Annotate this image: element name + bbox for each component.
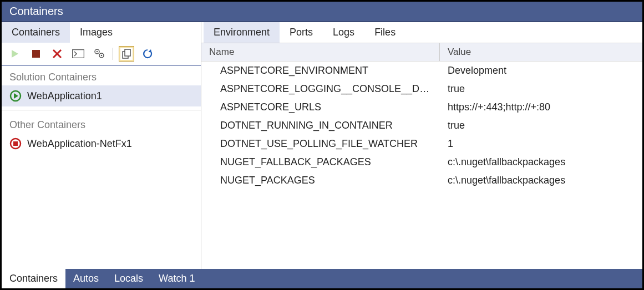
env-row[interactable]: NUGET_FALLBACK_PACKAGESc:\.nuget\fallbac… [201, 153, 642, 171]
column-header-value[interactable]: Value [440, 43, 642, 61]
env-var-value: 1 [440, 138, 642, 150]
other-containers-header: Other Containers [2, 114, 201, 133]
solution-containers-header: Solution Containers [2, 66, 201, 85]
left-panel: Containers Images [2, 22, 201, 269]
status-stopped-icon [9, 138, 22, 150]
container-item-webapplication-netfx1[interactable]: WebApplication-NetFx1 [2, 133, 201, 154]
env-row[interactable]: ASPNETCORE_URLShttps://+:443;http://+:80 [201, 98, 642, 116]
env-row[interactable]: ASPNETCORE_LOGGING__CONSOLE__DISA…true [201, 80, 642, 98]
toolbar-separator [113, 48, 113, 60]
svg-point-8 [101, 55, 103, 57]
svg-rect-1 [32, 50, 40, 58]
svg-marker-13 [14, 93, 18, 99]
bottom-tabstrip: Containers Autos Locals Watch 1 [2, 269, 642, 288]
status-running-icon [9, 90, 22, 102]
column-header-name[interactable]: Name [201, 43, 440, 61]
svg-rect-10 [125, 49, 130, 56]
bottom-tab-watch1[interactable]: Watch 1 [151, 269, 202, 288]
svg-marker-11 [149, 49, 152, 53]
detail-tabstrip: Environment Ports Logs Files [201, 22, 642, 43]
containers-window: Containers Containers Images [0, 0, 644, 290]
svg-rect-15 [13, 141, 18, 146]
container-toolbar [2, 43, 201, 66]
section-divider [2, 110, 201, 110]
stop-button[interactable] [28, 46, 44, 62]
env-row[interactable]: DOTNET_RUNNING_IN_CONTAINERtrue [201, 116, 642, 135]
env-var-name: NUGET_FALLBACK_PACKAGES [201, 156, 440, 168]
env-var-name: DOTNET_RUNNING_IN_CONTAINER [201, 120, 440, 131]
bottom-tab-autos[interactable]: Autos [65, 269, 107, 288]
svg-marker-0 [12, 50, 18, 58]
svg-point-6 [97, 51, 98, 53]
env-grid-header: Name Value [201, 43, 642, 62]
bottom-tab-locals[interactable]: Locals [107, 269, 151, 288]
env-var-value: https://+:443;http://+:80 [440, 101, 642, 113]
env-row[interactable]: ASPNETCORE_ENVIRONMENTDevelopment [201, 62, 642, 80]
env-var-value: true [440, 83, 642, 95]
left-tabstrip: Containers Images [2, 22, 201, 43]
tab-logs[interactable]: Logs [323, 22, 364, 43]
tab-ports[interactable]: Ports [280, 22, 323, 43]
env-grid-body: ASPNETCORE_ENVIRONMENTDevelopmentASPNETC… [201, 62, 642, 269]
env-row[interactable]: NUGET_PACKAGESc:\.nuget\fallbackpackages [201, 171, 642, 190]
svg-rect-4 [73, 50, 84, 58]
terminal-button[interactable] [70, 46, 86, 62]
env-var-value: true [440, 120, 642, 131]
container-item-label: WebApplication-NetFx1 [27, 138, 132, 150]
settings-button[interactable] [92, 46, 107, 62]
refresh-button[interactable] [140, 46, 155, 62]
tab-files[interactable]: Files [364, 22, 405, 43]
env-var-value: Development [440, 65, 642, 77]
copy-button[interactable] [119, 46, 134, 62]
window-title: Containers [2, 2, 642, 22]
container-item-label: WebApplication1 [27, 90, 102, 102]
env-var-name: ASPNETCORE_ENVIRONMENT [201, 65, 440, 77]
right-panel: Environment Ports Logs Files Name Value … [201, 22, 642, 269]
env-var-name: NUGET_PACKAGES [201, 175, 440, 186]
bottom-tab-containers[interactable]: Containers [2, 269, 65, 288]
main-area: Containers Images [2, 22, 642, 269]
env-var-name: ASPNETCORE_LOGGING__CONSOLE__DISA… [201, 83, 440, 95]
env-var-value: c:\.nuget\fallbackpackages [440, 156, 642, 168]
delete-button[interactable] [49, 46, 65, 62]
tab-images[interactable]: Images [70, 22, 123, 43]
tab-containers[interactable]: Containers [2, 22, 70, 43]
env-var-value: c:\.nuget\fallbackpackages [440, 175, 642, 186]
env-var-name: ASPNETCORE_URLS [201, 101, 440, 113]
tab-environment[interactable]: Environment [204, 22, 280, 43]
env-row[interactable]: DOTNET_USE_POLLING_FILE_WATCHER1 [201, 135, 642, 153]
env-var-name: DOTNET_USE_POLLING_FILE_WATCHER [201, 138, 440, 150]
start-button[interactable] [7, 46, 23, 62]
container-item-webapplication1[interactable]: WebApplication1 [2, 85, 201, 106]
